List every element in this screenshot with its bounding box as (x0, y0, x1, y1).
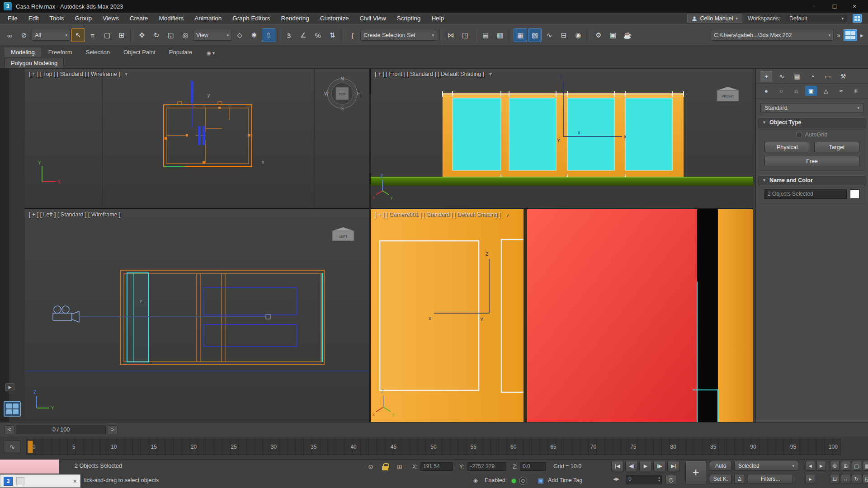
select-and-scale-icon[interactable]: ◱ (164, 28, 178, 42)
filter-funnel-icon[interactable]: ▼ (505, 212, 509, 217)
keyboard-shortcut-override-icon[interactable]: ⇧ (262, 28, 275, 42)
frame-back-button[interactable]: < (5, 425, 14, 434)
ribbon-options-icon[interactable]: ◉ ▾ (203, 49, 218, 57)
zoom-region-icon[interactable]: ⊡ (830, 474, 840, 484)
use-pivot-point-center-icon[interactable]: ◇ (233, 28, 246, 42)
taskbar-app-icon[interactable]: 3 (4, 477, 13, 486)
schematic-view-icon[interactable]: ⊟ (557, 28, 571, 42)
menu-animation[interactable]: Animation (189, 13, 226, 24)
y-coord-field[interactable]: -2752.379 (467, 462, 506, 471)
toggle-ribbon-icon[interactable]: ▧ (528, 28, 542, 42)
viewport-label-top[interactable]: [ + ] [ Top ] [ Standard ] [ Wireframe ]… (29, 71, 129, 77)
render-setup-icon[interactable]: ⚙ (592, 28, 605, 42)
align-icon[interactable]: ◫ (458, 28, 472, 42)
zoom-all-icon[interactable]: ⊞ (841, 461, 850, 471)
display-tab-icon[interactable]: ▭ (822, 71, 834, 82)
frame-display[interactable]: 0 / 100 (16, 425, 106, 434)
edit-named-selection-sets-icon[interactable]: { (346, 28, 359, 42)
expand-chevron-icon[interactable]: ▸ (806, 474, 815, 484)
orbit-icon[interactable]: ↻ (852, 474, 861, 484)
menu-scripting[interactable]: Scripting (392, 13, 426, 24)
select-and-move-icon[interactable]: ✥ (135, 28, 149, 42)
lights-category-icon[interactable]: ☼ (790, 86, 802, 96)
free-camera-button[interactable]: Free (764, 156, 859, 166)
isolate-grid-icon[interactable] (844, 29, 857, 41)
modify-tab-icon[interactable]: ∿ (776, 71, 788, 82)
zoom-icon[interactable]: ⊕ (830, 461, 840, 471)
spinner-arrows-icon[interactable]: ▲▼ (658, 476, 660, 483)
progressive-display-icon[interactable]: ◈ (470, 475, 481, 486)
menu-help[interactable]: Help (426, 13, 449, 24)
viewport-layout-tab-icon[interactable] (4, 401, 21, 417)
angle-snap-icon[interactable]: ∠ (297, 28, 310, 42)
taskbar-ghost-icon[interactable] (16, 477, 24, 485)
lock-selection-icon[interactable] (382, 463, 389, 471)
shapes-category-icon[interactable]: ○ (775, 86, 787, 96)
tab-modeling[interactable]: Modeling (5, 47, 41, 57)
zoom-extents-all-icon[interactable]: ▦ (863, 461, 868, 471)
autogrid-checkbox[interactable] (797, 132, 802, 137)
viewport-camera[interactable]: Z x Y Z x y [ + ] [ Camera001 ] [ Standa… (371, 209, 753, 422)
layout-flyout-arrow[interactable]: ▶ (5, 383, 14, 391)
workspace-grid-icon[interactable] (853, 14, 862, 23)
auto-key-button[interactable]: Auto (710, 461, 731, 471)
maximize-viewport-icon[interactable]: ◱ (863, 474, 868, 484)
camera-viewport-canvas[interactable]: Z x Y Z x y (371, 209, 753, 422)
z-coord-field[interactable]: 0.0 (520, 462, 546, 471)
menu-graph-editors[interactable]: Graph Editors (227, 13, 275, 24)
rectangular-selection-region-icon[interactable]: ▢ (100, 28, 114, 42)
tab-freeform[interactable]: Freeform (42, 47, 79, 57)
pan-icon[interactable]: ↔ (841, 474, 850, 484)
set-key-button[interactable]: Set K. (710, 474, 731, 484)
spinner-snap-icon[interactable]: ⇅ (326, 28, 339, 42)
open-scene-explorer-icon[interactable]: ▦ (514, 28, 527, 42)
viewport-front[interactable]: Z x x Y Z x y FRONT (371, 69, 753, 208)
menu-tools[interactable]: Tools (45, 13, 69, 24)
material-editor-icon[interactable]: ◉ (571, 28, 585, 42)
select-object-icon[interactable]: ↖ (71, 28, 85, 42)
tab-populate[interactable]: Populate (163, 47, 198, 57)
helpers-category-icon[interactable]: △ (820, 86, 832, 96)
filters-button[interactable]: Filters... (748, 474, 793, 484)
hierarchy-tab-icon[interactable]: ▤ (791, 71, 803, 82)
time-configuration-icon[interactable]: ◷ (665, 475, 676, 484)
menu-file[interactable]: File (3, 13, 23, 24)
object-name-field[interactable]: 2 Objects Selected (764, 189, 847, 199)
snaps-toggle-icon[interactable]: 3 (282, 28, 296, 42)
select-and-rotate-icon[interactable]: ↻ (150, 28, 163, 42)
workspace-dropdown[interactable]: Default ▾ (786, 14, 847, 23)
filter-funnel-icon[interactable]: ▼ (124, 72, 129, 77)
menu-views[interactable]: Views (98, 13, 124, 24)
frame-step-arrows[interactable]: ◀▶ (613, 477, 619, 481)
tab-polygon-modeling[interactable]: Polygon Modeling (5, 58, 64, 68)
viewport-top[interactable]: y x Y X TOP N W E S (25, 69, 369, 208)
toggle-scene-explorer-icon[interactable]: ▥ (493, 28, 507, 42)
spacewarps-category-icon[interactable]: ≈ (835, 86, 847, 96)
menu-modifiers[interactable]: Modifiers (154, 13, 189, 24)
go-to-start-icon[interactable]: |◀ (611, 461, 624, 471)
time-slider-handle[interactable] (28, 441, 33, 453)
create-tab-icon[interactable]: + (760, 71, 772, 82)
window-crossing-toggle-icon[interactable]: ⊞ (115, 28, 128, 42)
time-slider-track[interactable]: 0510152025303540455055606570758085909510… (26, 439, 841, 455)
toolbar-overflow-icon[interactable]: » (837, 32, 840, 39)
current-frame-field[interactable]: 0 ▲▼ (626, 475, 662, 484)
user-account-dropdown[interactable]: Celio Manuel ▾ (687, 14, 742, 23)
target-camera-button[interactable]: Target (814, 142, 860, 152)
x-coord-field[interactable]: 191.54 (420, 462, 453, 471)
curve-editor-icon[interactable]: ∿ (542, 28, 556, 42)
select-by-name-icon[interactable]: ≡ (86, 28, 99, 42)
viewport-label-front[interactable]: [ + ] [ Front ] [ Standard ] [ Default S… (375, 71, 493, 77)
minimize-icon[interactable]: – (805, 0, 825, 13)
isolate-selection-icon[interactable]: ⊙ (365, 461, 376, 472)
named-selection-sets-dropdown[interactable]: Create Selection Set▾ (360, 30, 437, 41)
key-filters-icon[interactable]: ♙ (734, 474, 745, 484)
override-badge[interactable]: O (519, 477, 527, 485)
next-key-icon[interactable]: ► (816, 461, 826, 471)
frame-forward-button[interactable]: > (108, 425, 118, 434)
select-and-manipulate-icon[interactable]: ✱ (247, 28, 261, 42)
menu-customize[interactable]: Customize (315, 13, 354, 24)
physical-camera-button[interactable]: Physical (764, 142, 810, 152)
name-color-rollout-header[interactable]: ▼ Name and Color (759, 175, 865, 185)
systems-category-icon[interactable]: ✳ (850, 86, 862, 96)
